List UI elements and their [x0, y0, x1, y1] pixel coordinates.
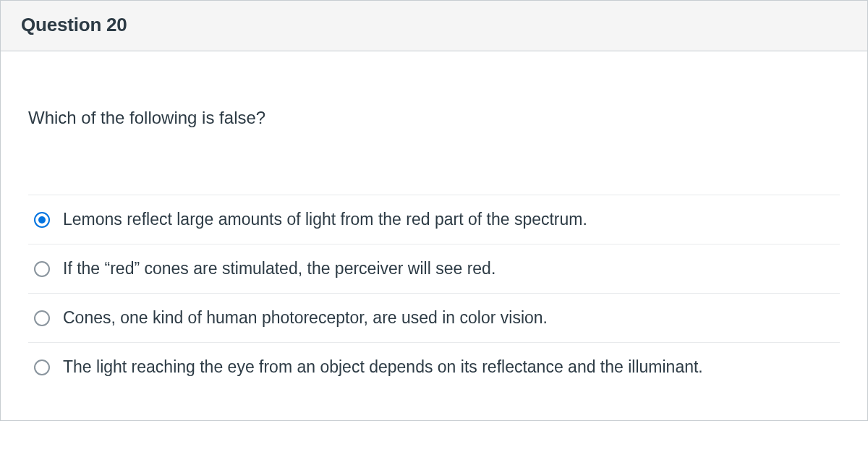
option-label: The light reaching the eye from an objec… — [63, 357, 703, 377]
option-row[interactable]: Lemons reflect large amounts of light fr… — [28, 195, 840, 244]
option-label: If the “red” cones are stimulated, the p… — [63, 259, 495, 278]
options-list: Lemons reflect large amounts of light fr… — [28, 195, 840, 391]
radio-icon — [34, 310, 50, 326]
radio-inner-icon — [38, 216, 46, 224]
option-row[interactable]: If the “red” cones are stimulated, the p… — [28, 244, 840, 293]
radio-icon — [34, 212, 50, 228]
radio-icon — [34, 359, 50, 375]
question-prompt: Which of the following is false? — [28, 108, 840, 128]
question-header: Question 20 — [1, 1, 867, 51]
option-row[interactable]: The light reaching the eye from an objec… — [28, 342, 840, 391]
question-container: Question 20 Which of the following is fa… — [0, 0, 868, 421]
question-title: Question 20 — [21, 14, 847, 36]
option-label: Cones, one kind of human photoreceptor, … — [63, 308, 548, 328]
radio-icon — [34, 261, 50, 277]
option-label: Lemons reflect large amounts of light fr… — [63, 210, 587, 229]
question-body: Which of the following is false? Lemons … — [1, 51, 867, 420]
option-row[interactable]: Cones, one kind of human photoreceptor, … — [28, 293, 840, 342]
